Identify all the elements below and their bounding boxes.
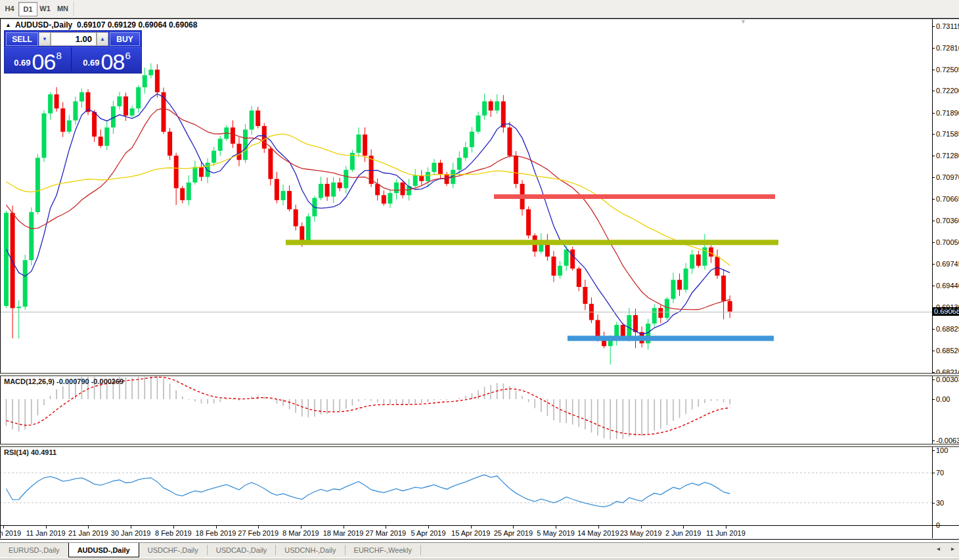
moving-average-fast (7, 94, 730, 334)
macd-axis-label: -0.006311 (936, 437, 959, 444)
volume-decrease-button[interactable]: ▼ (39, 32, 51, 46)
date-axis-tick (428, 526, 429, 528)
hline-pivot-olive[interactable] (286, 240, 778, 245)
date-axis-tick (88, 526, 89, 528)
date-axis-tick (683, 526, 684, 528)
date-axis-label: 15 Apr 2019 (451, 529, 490, 537)
buy-button[interactable]: BUY (110, 32, 140, 46)
date-axis-label: 11 Jan 2019 (26, 529, 66, 537)
toolbar-separator (74, 1, 75, 16)
panel-splitter-1[interactable] (0, 373, 959, 376)
date-axis-tick (344, 526, 344, 528)
rsi-axis-label: 30 (936, 499, 944, 507)
tab-divider (420, 545, 421, 555)
date-axis-tick (726, 526, 726, 528)
price-chart-canvas[interactable] (0, 18, 959, 540)
date-axis-tick (131, 526, 131, 528)
chart-tab-usdcaddaily[interactable]: USDCAD-,Daily (208, 543, 276, 557)
sell-price-display[interactable]: 0.69 06 8 (5, 47, 72, 72)
rsi-axis-label: 70 (936, 469, 944, 477)
date-axis-label: 18 Feb 2019 (196, 529, 236, 537)
buy-price-display[interactable]: 0.69 08 6 (72, 47, 141, 72)
price-axis-label: 0.69130 (936, 303, 959, 311)
macd-axis-label: 0.003035 (936, 376, 959, 383)
chart-tab-audusddaily[interactable]: AUDUSD-,Daily (68, 543, 139, 557)
sell-price-base: 0.69 (14, 58, 30, 68)
timeframe-toolbar: H4D1W1MN (0, 0, 959, 18)
price-axis-label: 0.69745 (936, 260, 959, 268)
date-axis-tick (471, 526, 472, 528)
date-axis-label: 30 Jan 2019 (111, 529, 151, 537)
price-axis-label: 0.70970 (936, 173, 959, 181)
chart-symbol-label: AUDUSD-,Daily (15, 20, 72, 30)
date-axis-label: 5 Apr 2019 (411, 529, 445, 537)
timeframe-button-h4[interactable]: H4 (1, 2, 18, 15)
date-axis-label: 23 May 2019 (620, 529, 662, 537)
date-axis-label: 2 Jan 2019 (0, 529, 21, 537)
date-axis-label: 8 Mar 2019 (282, 529, 319, 537)
tab-scroll-right-icon[interactable]: ▸ (951, 545, 954, 552)
chart-shift-marker-icon[interactable]: ▼ (740, 18, 746, 25)
date-axis-tick (46, 526, 47, 528)
price-axis-label: 0.71280 (936, 152, 959, 160)
chart-tab-usdcnhdaily[interactable]: USDCNH-,Daily (276, 543, 344, 557)
macd-histogram (7, 377, 730, 440)
date-axis-tick (386, 526, 386, 528)
date-axis-tick (556, 526, 556, 528)
rsi-indicator-label: RSI(14) 40.4911 (4, 448, 56, 456)
sell-button[interactable]: SELL (6, 32, 38, 46)
date-axis-tick (641, 526, 642, 528)
macd-axis-label: 0.00 (936, 395, 950, 403)
date-axis-label: 21 Jan 2019 (68, 529, 108, 537)
chart-tab-bar: EURUSD-,DailyAUDUSD-,DailyUSDCHF-,DailyU… (0, 542, 959, 557)
buy-price-point: 6 (125, 50, 130, 61)
date-axis-tick (513, 526, 514, 528)
sell-price-point: 8 (56, 50, 61, 61)
date-axis-label: 27 Feb 2019 (238, 529, 279, 537)
tab-scroll-left-icon[interactable]: ◂ (937, 545, 940, 552)
rsi-bottom-border (0, 525, 959, 526)
price-axis-label: 0.70665 (936, 195, 959, 203)
moving-average-mid (7, 108, 730, 310)
buy-price-pips: 08 (101, 51, 125, 73)
date-axis-label: 18 Mar 2019 (323, 529, 364, 537)
rsi-axis-label: 100 (936, 446, 948, 454)
price-axis-label: 0.68825 (936, 325, 959, 333)
volume-increase-button[interactable]: ▲ (97, 32, 108, 46)
price-axis-label: 0.70050 (936, 238, 959, 246)
volume-input[interactable]: 1.00 (51, 32, 97, 46)
price-axis-label: 0.71585 (936, 130, 959, 138)
date-axis-tick (173, 526, 174, 528)
chart-tab-usdchfdaily[interactable]: USDCHF-,Daily (139, 543, 207, 557)
panel-splitter-2[interactable] (0, 444, 959, 447)
chart-bottom-border (0, 539, 959, 540)
timeframe-button-d1[interactable]: D1 (18, 2, 37, 16)
date-axis-label: 27 Mar 2019 (365, 529, 406, 537)
chart-tab-eurusddaily[interactable]: EURUSD-,Daily (0, 543, 68, 557)
chart-ohlc-values: 0.69107 0.69129 0.69064 0.69068 (77, 20, 198, 30)
date-axis-tick (216, 526, 217, 528)
hline-resistance-red[interactable] (494, 194, 775, 199)
chart-window: ▲AUDUSD-,Daily 0.69107 0.69129 0.69064 0… (0, 18, 959, 540)
date-axis-label: 25 Apr 2019 (494, 529, 533, 537)
date-axis-tick (598, 526, 599, 528)
chart-title: ▲AUDUSD-,Daily 0.69107 0.69129 0.69064 0… (5, 20, 197, 30)
one-click-collapse-icon[interactable]: ▲ (5, 22, 11, 28)
sell-price-pips: 06 (32, 51, 56, 73)
one-click-trading-panel: SELL ▼ 1.00 ▲ BUY 0.69 06 8 0.69 08 6 (4, 30, 142, 74)
chart-tab-eurchfweekly[interactable]: EURCHF-,Weekly (346, 543, 420, 557)
hline-support-blue[interactable] (568, 335, 774, 341)
date-axis-tick (3, 526, 4, 528)
date-axis-label: 5 May 2019 (537, 529, 574, 537)
timeframe-button-w1[interactable]: W1 (36, 2, 54, 15)
moving-average-slow (7, 134, 730, 265)
current-price-line (0, 312, 932, 312)
price-axis-label: 0.70360 (936, 217, 959, 225)
price-axis-label: 0.72200 (936, 87, 959, 95)
macd-indicator-label: MACD(12,26,9) -0.000790 -0.000269 (4, 377, 123, 385)
date-axis-label: 2 Jun 2019 (665, 529, 701, 537)
price-axis-label: 0.71890 (936, 109, 959, 117)
price-axis-label: 0.68520 (936, 347, 959, 355)
timeframe-button-mn[interactable]: MN (54, 2, 72, 15)
axis-separator (932, 18, 933, 538)
